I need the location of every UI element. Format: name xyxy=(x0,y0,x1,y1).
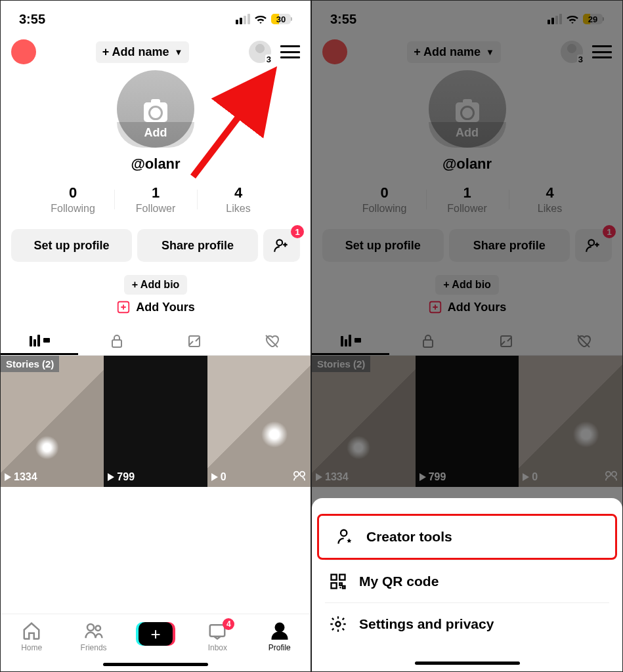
camera-icon xyxy=(144,102,167,122)
stat-following[interactable]: 0Following xyxy=(343,184,426,215)
svg-point-15 xyxy=(606,472,611,476)
pinned-icon xyxy=(604,470,618,482)
profile-header: Add @olanr xyxy=(1,70,311,173)
account-switch-button[interactable]: 3 xyxy=(561,41,583,63)
gear-icon xyxy=(329,615,347,633)
menu-button[interactable] xyxy=(592,45,612,58)
tab-friends[interactable]: Friends xyxy=(68,621,120,652)
signal-icon xyxy=(548,14,562,24)
live-avatar-icon[interactable] xyxy=(11,39,36,64)
svg-point-17 xyxy=(341,530,347,536)
top-nav: + Add name ▼ 3 xyxy=(312,31,622,69)
svg-rect-20 xyxy=(332,583,337,588)
add-friends-badge: 1 xyxy=(603,225,616,238)
tab-home[interactable]: Home xyxy=(5,621,58,652)
tab-feed[interactable] xyxy=(1,327,78,355)
svg-point-6 xyxy=(300,472,305,476)
tab-reposts[interactable] xyxy=(156,327,233,355)
share-profile-button[interactable]: Share profile xyxy=(449,229,570,262)
add-yours-button[interactable]: Add Yours xyxy=(116,300,194,314)
profile-avatar-button[interactable]: Add xyxy=(117,70,194,148)
plus-icon: + xyxy=(150,625,160,642)
video-thumb[interactable]: 0 xyxy=(519,356,622,487)
content-tabs xyxy=(1,327,311,356)
creator-tools-icon xyxy=(336,528,354,546)
tab-profile[interactable]: Profile xyxy=(253,621,306,652)
tab-create[interactable]: + xyxy=(129,621,182,646)
stat-followers[interactable]: 1Follower xyxy=(114,184,197,215)
menu-sheet: Creator tools My QR code Settings and pr… xyxy=(312,498,622,671)
tab-reposts[interactable] xyxy=(467,327,545,355)
add-bio-button[interactable]: + Add bio xyxy=(124,275,188,295)
profile-actions: Set up profile Share profile 1 xyxy=(312,229,622,262)
play-icon xyxy=(211,473,218,481)
create-button[interactable]: + xyxy=(139,622,173,646)
stat-likes[interactable]: 4Likes xyxy=(197,184,280,215)
add-user-icon xyxy=(585,237,602,254)
add-yours-label: Add Yours xyxy=(448,301,506,314)
chevron-down-icon: ▼ xyxy=(486,47,494,57)
stat-following[interactable]: 0Following xyxy=(32,184,114,215)
time: 3:55 xyxy=(19,12,45,27)
video-thumb[interactable]: 799 xyxy=(104,356,207,487)
account-switch-button[interactable]: 3 xyxy=(249,41,271,63)
svg-rect-18 xyxy=(332,575,337,580)
video-thumb[interactable]: Stories (2) 1334 xyxy=(312,356,416,487)
svg-rect-13 xyxy=(423,340,433,347)
menu-item-creator-tools[interactable]: Creator tools xyxy=(317,514,617,560)
home-indicator xyxy=(103,663,208,666)
svg-point-21 xyxy=(336,622,341,627)
inbox-badge: 4 xyxy=(223,618,234,630)
bio-area: + Add bio Add Yours xyxy=(312,275,622,314)
heart-hidden-icon xyxy=(264,333,280,349)
repost-icon xyxy=(498,333,514,349)
phone-left: 3:55 30 + Add name ▼ 3 Add @olanr xyxy=(0,0,311,672)
add-name-button[interactable]: + Add name ▼ xyxy=(96,41,190,63)
live-avatar-icon[interactable] xyxy=(322,39,347,64)
setup-profile-button[interactable]: Set up profile xyxy=(322,229,444,262)
add-bio-button[interactable]: + Add bio xyxy=(435,275,499,295)
feed-sort-icon xyxy=(30,335,50,346)
add-friends-button[interactable]: 1 xyxy=(575,229,612,262)
add-name-button[interactable]: + Add name ▼ xyxy=(407,41,501,63)
home-indicator xyxy=(415,662,520,665)
phone-right: 3:55 29 + Add name ▼ 3 Add @olanr 0F xyxy=(311,0,623,672)
tab-private[interactable] xyxy=(78,327,156,355)
add-friends-button[interactable]: 1 xyxy=(263,229,300,262)
battery-icon: 30 xyxy=(271,14,292,24)
video-thumb[interactable]: 0 xyxy=(207,356,311,487)
stat-likes[interactable]: 4Likes xyxy=(509,184,591,215)
stat-followers[interactable]: 1Follower xyxy=(426,184,509,215)
status-bar: 3:55 29 xyxy=(312,1,622,31)
menu-button[interactable] xyxy=(280,45,300,58)
qr-icon xyxy=(329,572,347,591)
tab-feed[interactable] xyxy=(312,327,389,355)
add-yours-button[interactable]: Add Yours xyxy=(428,300,506,314)
repost-icon xyxy=(186,333,202,349)
menu-item-label: Creator tools xyxy=(366,529,452,545)
video-thumb[interactable]: Stories (2) 1334 xyxy=(1,356,104,487)
tab-liked[interactable] xyxy=(233,327,311,355)
profile-icon xyxy=(270,621,290,640)
top-nav: + Add name ▼ 3 xyxy=(1,31,311,69)
play-count: 1334 xyxy=(316,471,349,483)
tab-inbox[interactable]: Inbox4 xyxy=(191,621,244,652)
svg-point-8 xyxy=(95,626,100,631)
play-icon xyxy=(419,473,426,481)
chevron-down-icon: ▼ xyxy=(174,47,183,57)
menu-item-qr[interactable]: My QR code xyxy=(312,560,622,602)
add-friends-badge: 1 xyxy=(291,225,304,238)
video-thumb[interactable]: 799 xyxy=(416,356,519,487)
menu-item-settings[interactable]: Settings and privacy xyxy=(312,603,622,645)
share-profile-button[interactable]: Share profile xyxy=(137,229,258,262)
tab-liked[interactable] xyxy=(545,327,622,355)
account-count-badge: 3 xyxy=(265,54,272,64)
add-yours-label: Add Yours xyxy=(136,301,194,314)
profile-avatar-button[interactable]: Add xyxy=(429,70,506,148)
stories-label: Stories (2) xyxy=(1,356,59,372)
add-yours-icon xyxy=(428,300,442,314)
menu-item-label: My QR code xyxy=(359,574,439,589)
setup-profile-button[interactable]: Set up profile xyxy=(11,229,132,262)
play-count: 799 xyxy=(419,471,446,483)
tab-private[interactable] xyxy=(389,327,467,355)
